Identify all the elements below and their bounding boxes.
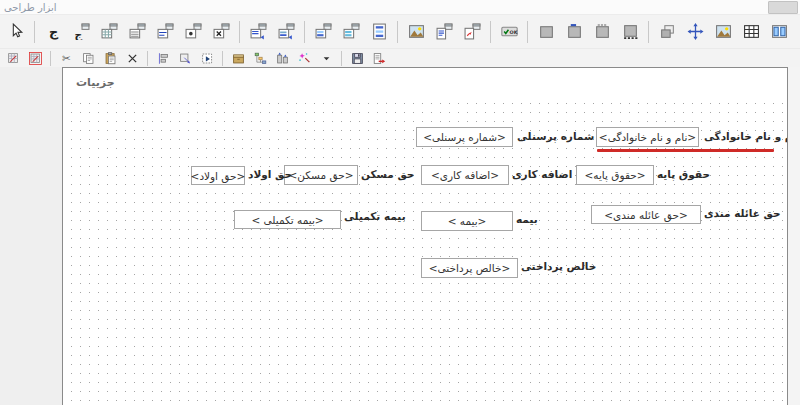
object-tree-tool-button[interactable]: [250, 50, 270, 68]
resize-box-icon: [179, 52, 192, 65]
select-wand-tool-button[interactable]: [294, 50, 314, 68]
svg-text:ج: ج: [48, 24, 58, 40]
resize-tool-button[interactable]: [175, 50, 195, 68]
band-lines-tool-button[interactable]: [338, 18, 364, 45]
square-handles-icon: [622, 23, 639, 40]
field-overtime-value: <اضافه کاری>: [431, 169, 499, 181]
band-arrow-alt-icon: [278, 23, 295, 40]
data-band-tool-button[interactable]: [366, 18, 392, 45]
wand-dropdown-button[interactable]: [316, 50, 336, 68]
arrange-tool-button[interactable]: [272, 50, 292, 68]
field-full-name-box[interactable]: <نام و نام خانوادگی>: [596, 127, 699, 147]
doc-lines-icon: [436, 23, 453, 40]
designer-window: ابزار طراحی ججOK ✂ جزییات <نام و نام خان…: [0, 0, 800, 405]
field-supplementary-label[interactable]: بیمه تکمیلی: [344, 210, 406, 222]
rich-text-tool-button[interactable]: ج: [68, 18, 94, 45]
page-lines-icon: [129, 23, 146, 40]
text-tool-button[interactable]: ج: [40, 18, 66, 45]
field-children-value: <حق اولاد>: [191, 170, 246, 182]
copy-button[interactable]: [78, 50, 98, 68]
radio-tool-button[interactable]: [180, 18, 206, 45]
field-insurance-box[interactable]: <بیمه >: [421, 211, 513, 231]
preview-tool-button[interactable]: [197, 50, 217, 68]
toolbar-separator: [397, 21, 398, 43]
subreport-side-tool-button[interactable]: [273, 18, 299, 45]
image-icon: [408, 23, 425, 40]
ok-button-tool-button[interactable]: OK: [496, 18, 522, 45]
svg-text:✂: ✂: [62, 52, 71, 64]
field-family-box[interactable]: <حق عائله مندی>: [591, 205, 701, 224]
page-dot-icon: [185, 23, 202, 40]
design-surface[interactable]: جزییات <نام و نام خانوادگی> نام و نام خا…: [62, 67, 788, 405]
field-housing-box[interactable]: <حق مسکن>: [284, 165, 358, 185]
picture-frame-tool-button[interactable]: [403, 18, 429, 45]
overlap-squares-icon: [659, 23, 676, 40]
field-net-pay-box[interactable]: <خالص پرداختی>: [421, 258, 518, 278]
panel-dashed-tool-button[interactable]: [589, 18, 615, 45]
letter-jeh-page-icon: ج: [73, 23, 90, 40]
insert-image-button[interactable]: [710, 18, 736, 45]
panel-handles-tool-button[interactable]: [617, 18, 643, 45]
move-tool-button[interactable]: [682, 18, 708, 45]
select-tool-button[interactable]: [3, 18, 29, 45]
toolbar-separator: [527, 21, 528, 43]
field-family-label[interactable]: حق عائله مندی: [704, 207, 781, 219]
toolbar-separator: [239, 21, 240, 43]
save-button[interactable]: [347, 50, 367, 68]
panel-tool-button[interactable]: [533, 18, 559, 45]
field-children-box[interactable]: <حق اولاد>: [191, 166, 245, 185]
toolbar-separator: [147, 51, 148, 66]
field-supplementary-box[interactable]: <بیمه تکمیلی >: [234, 210, 341, 229]
page-panels-icon: [771, 23, 788, 40]
field-net-pay-label[interactable]: خالص پرداختی: [521, 260, 596, 272]
field-personnel-no-box[interactable]: <شماره پرسنلی>: [416, 127, 513, 147]
db-text-tool-button[interactable]: [152, 18, 178, 45]
band-list-tool-button[interactable]: [310, 18, 336, 45]
delete-button[interactable]: [122, 50, 142, 68]
mini-report-1-button[interactable]: [3, 50, 23, 68]
crosstab-tool-button[interactable]: [208, 18, 234, 45]
export-button[interactable]: [369, 50, 389, 68]
field-insurance-label[interactable]: بیمه: [516, 213, 538, 225]
square-dash-icon: [594, 23, 611, 40]
field-housing-label[interactable]: حق مسکن: [361, 168, 414, 180]
window-corner-button[interactable]: [768, 1, 798, 14]
align-tool-button[interactable]: [153, 50, 173, 68]
field-personnel-no-label[interactable]: شماره پرسنلی: [517, 130, 594, 142]
export-arrow-icon: [373, 52, 386, 65]
tree-icon: [254, 52, 267, 65]
table-tool-button[interactable]: [96, 18, 122, 45]
insert-grid-button[interactable]: [738, 18, 764, 45]
package-icon: [232, 52, 245, 65]
page-band-icon: [315, 23, 332, 40]
bring-to-front-button[interactable]: [654, 18, 680, 45]
group-tool-button[interactable]: [228, 50, 248, 68]
field-full-name-value: <نام و نام خانوادگی>: [599, 131, 696, 143]
play-box-icon: [201, 52, 214, 65]
mini-report-2-button[interactable]: [25, 50, 45, 68]
field-overtime-box[interactable]: <اضافه کاری>: [421, 165, 509, 185]
band-vertical-icon: [371, 23, 388, 40]
text-frame-tool-button[interactable]: [431, 18, 457, 45]
field-children-label[interactable]: حق اولاد: [248, 168, 292, 180]
field-overtime-label[interactable]: اضافه کاری: [512, 168, 572, 180]
subreport-down-tool-button[interactable]: [245, 18, 271, 45]
title-bar: ابزار طراحی: [0, 0, 800, 15]
memo-tool-button[interactable]: [124, 18, 150, 45]
master-detail-tool-button[interactable]: [766, 18, 792, 45]
field-base-salary-label[interactable]: حقوق پایه: [657, 168, 710, 180]
cut-button[interactable]: ✂: [56, 50, 76, 68]
band-title[interactable]: جزییات: [76, 76, 115, 89]
field-base-salary-box[interactable]: <حقوق پایه>: [576, 165, 654, 185]
page-band-alt-icon: [343, 23, 360, 40]
cursor-icon: [8, 23, 25, 40]
chart-frame-tool-button[interactable]: [459, 18, 485, 45]
content-area: جزییات <نام و نام خانوادگی> نام و نام خا…: [0, 67, 800, 405]
field-full-name-label[interactable]: نام و نام خانوادگی: [704, 130, 788, 142]
field-supplementary-value: <بیمه تکمیلی >: [251, 214, 323, 226]
page-dbtext-icon: [157, 23, 174, 40]
paste-button[interactable]: [100, 50, 120, 68]
edit-toolbar: ✂: [0, 49, 800, 69]
panel-header-tool-button[interactable]: [561, 18, 587, 45]
letter-jeh-icon: ج: [45, 23, 62, 40]
